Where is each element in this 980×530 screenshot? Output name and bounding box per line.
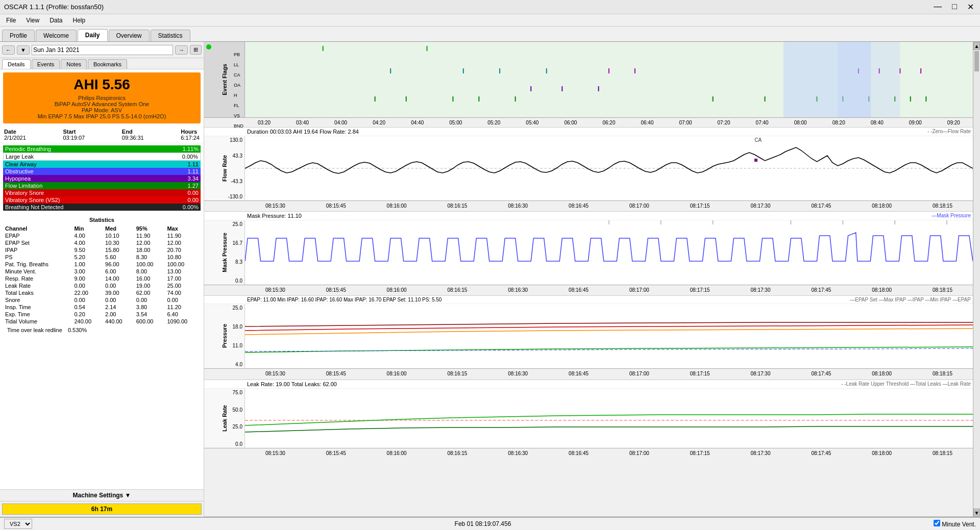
menu-help[interactable]: Help — [69, 16, 90, 25]
device-model: BiPAP AutoSV Advanced System One — [7, 101, 197, 107]
scroll-up-button[interactable]: ▲ — [973, 42, 980, 50]
event-flags-body: Event Flags PB LL CA OA H FL VS BN — [204, 42, 973, 117]
nav-dropdown-button[interactable]: ▼ — [17, 45, 30, 55]
pressure-legend: —EPAP Set —Max IPAP —IPAP —Min IPAP —EPA… — [850, 297, 971, 302]
tab-overview[interactable]: Overview — [109, 30, 150, 41]
leak-rate-chart-wrapper: Leak Rate: 19.00 Total Leaks: 62.00 - -L… — [204, 380, 973, 517]
mask-pressure-xaxis: 08:15:30 08:15:45 08:16:00 08:16:15 08:1… — [204, 285, 973, 295]
mask-pressure-legend: —Mask Pressure — [932, 213, 971, 219]
ahi-header: AHI 5.56 Philips Respironics BiPAP AutoS… — [3, 72, 201, 123]
title-text: OSCAR 1.1.1 (Profile: bossfan50) — [4, 3, 104, 11]
minute-vent-label: Minute Vent. — [934, 520, 976, 528]
flow-rate-xaxis: 08:15:30 08:15:45 08:16:00 08:16:15 08:1… — [204, 200, 973, 211]
nav-forward-button[interactable]: → — [175, 45, 188, 55]
subtabs: Details Events Notes Bookmarks — [0, 58, 204, 69]
subtab-notes[interactable]: Notes — [61, 59, 87, 69]
session-time: 6h 17m — [2, 503, 202, 515]
flow-rate-plot[interactable]: CA — [245, 136, 973, 200]
date-select-input[interactable] — [32, 45, 173, 55]
subtab-details[interactable]: Details — [2, 59, 31, 69]
subtab-events[interactable]: Events — [32, 59, 60, 69]
event-row-ob: Obstructive1.11 — [3, 168, 201, 175]
table-row: Minute Vent.3.006.008.0013.00 — [3, 268, 201, 275]
end-label: End — [122, 129, 144, 135]
minute-vent-checkbox[interactable] — [934, 520, 940, 526]
mask-pressure-header: Mask Pressure: 11.10 —Mask Pressure — [204, 212, 973, 220]
stats-header: Statistics — [3, 215, 201, 225]
leak-value: 0.530% — [68, 327, 87, 333]
mask-pressure-plot[interactable] — [245, 220, 973, 285]
close-button[interactable]: ✕ — [965, 2, 976, 12]
nav-back-button[interactable]: ← — [2, 45, 15, 55]
titlebar: OSCAR 1.1.1 (Profile: bossfan50) — □ ✕ — [0, 0, 980, 14]
scroll-down-button[interactable]: ▼ — [973, 509, 980, 517]
device-info: Philips Respironics BiPAP AutoSV Advance… — [7, 95, 197, 119]
tab-daily[interactable]: Daily — [78, 29, 108, 41]
scroll-thumb[interactable] — [974, 51, 979, 71]
leak-rate-svg — [245, 389, 973, 448]
tab-statistics[interactable]: Statistics — [151, 30, 190, 41]
highlight-region — [783, 42, 871, 117]
table-row: EPAP Set4.0010.3012.0012.00 — [3, 239, 201, 246]
stats-col-min: Min — [72, 225, 103, 232]
leak-rate-plot[interactable] — [245, 389, 973, 448]
nav-row: ← ▼ → ⊞ — [0, 42, 204, 58]
minimize-button[interactable]: — — [932, 2, 944, 12]
pap-mode: PAP Mode: ASV — [7, 107, 197, 113]
pressure-yaxis: 25.0 18.0 11.0 4.0 Pressure — [204, 304, 245, 368]
mask-pressure-chart-wrapper: Mask Pressure: 11.10 —Mask Pressure 25.0… — [204, 212, 973, 296]
ca-annotation: CA — [754, 137, 762, 143]
event-row-bnd: Breathing Not Detected0.00% — [3, 204, 201, 211]
scroll-track[interactable] — [973, 50, 980, 509]
ca-dot — [754, 159, 757, 162]
table-row: Total Leaks22.0039.0062.0074.00 — [3, 289, 201, 296]
stats-col-95: 95% — [134, 225, 165, 232]
charts-main: Event Flags PB LL CA OA H FL VS BN — [204, 42, 973, 517]
subtab-bookmarks[interactable]: Bookmarks — [88, 59, 127, 69]
ahi-value: AHI 5.56 — [7, 77, 197, 93]
green-dot-indicator — [206, 44, 211, 51]
table-row: Leak Rate0.000.0019.0025.00 — [3, 282, 201, 289]
date-info: Date 2/1/2021 Start 03:19:07 End 09:36:3… — [0, 127, 204, 143]
table-row: Tidal Volume240.00440.00600.001090.00 — [3, 318, 201, 325]
menu-view[interactable]: View — [22, 16, 43, 25]
mask-pressure-header-text: Mask Pressure: 11.10 — [247, 213, 302, 219]
timestamp: Feb 01 08:19:07.456 — [32, 520, 934, 527]
tab-welcome[interactable]: Welcome — [36, 30, 77, 41]
vs2-dropdown[interactable]: VS2 — [4, 519, 32, 529]
flow-rate-body: 130.0 43.3 -43.3 -130.0 Flow Rate CA — [204, 136, 973, 200]
end-value: 09:36:31 — [122, 135, 144, 141]
status-bar: VS2 Feb 01 08:19:07.456 Minute Vent. — [0, 517, 980, 530]
table-row: Insp. Time0.542.143.8011.20 — [3, 304, 201, 311]
mask-pressure-svg — [245, 220, 973, 285]
event-row-ca: Clear Airway1.11 — [3, 161, 201, 168]
stats-col-channel: Channel — [3, 225, 72, 232]
machine-settings: Machine Settings ▼ — [0, 489, 204, 501]
hours-label: Hours — [181, 129, 200, 135]
leak-rate-body: 75.0 50.0 25.0 0.0 Leak Rate — [204, 389, 973, 448]
pressure-ylabel: Pressure — [204, 304, 244, 368]
nav-bookmark-button[interactable]: ⊞ — [190, 45, 202, 55]
menu-file[interactable]: File — [2, 16, 20, 25]
start-label: Start — [63, 129, 85, 135]
stats-col-med: Med — [103, 225, 134, 232]
event-table: Periodic Breathing1.11% Large Leak0.00% … — [3, 145, 201, 211]
device-name: Philips Respironics — [7, 95, 197, 101]
flow-rate-legend: - -Zero—Flow Rate — [927, 129, 971, 135]
pressure-svg — [245, 304, 973, 368]
flow-rate-ylabel: Flow Rate — [204, 136, 244, 200]
menu-data[interactable]: Data — [45, 16, 66, 25]
pressure-body: 25.0 18.0 11.0 4.0 Pressure — [204, 304, 973, 368]
event-row-ll: Large Leak0.00% — [3, 153, 201, 161]
event-flags-plot[interactable] — [245, 42, 973, 117]
right-scrollbar[interactable]: ▲ ▼ — [973, 42, 980, 517]
event-flags-ylabel: Event Flags PB LL CA OA H FL VS BN — [204, 42, 245, 117]
pressure-header: EPAP: 11.00 Min IPAP: 16.60 IPAP: 16.60 … — [204, 296, 973, 304]
leak-rate-header: Leak Rate: 19.00 Total Leaks: 62.00 - -L… — [204, 380, 973, 389]
tab-profile[interactable]: Profile — [2, 30, 35, 41]
maximize-button[interactable]: □ — [950, 2, 959, 12]
pressure-plot[interactable] — [245, 304, 973, 368]
date-value: 2/1/2021 — [4, 135, 26, 141]
date-label: Date — [4, 129, 26, 135]
event-row-hyp: Hypopnea3.34 — [3, 175, 201, 182]
